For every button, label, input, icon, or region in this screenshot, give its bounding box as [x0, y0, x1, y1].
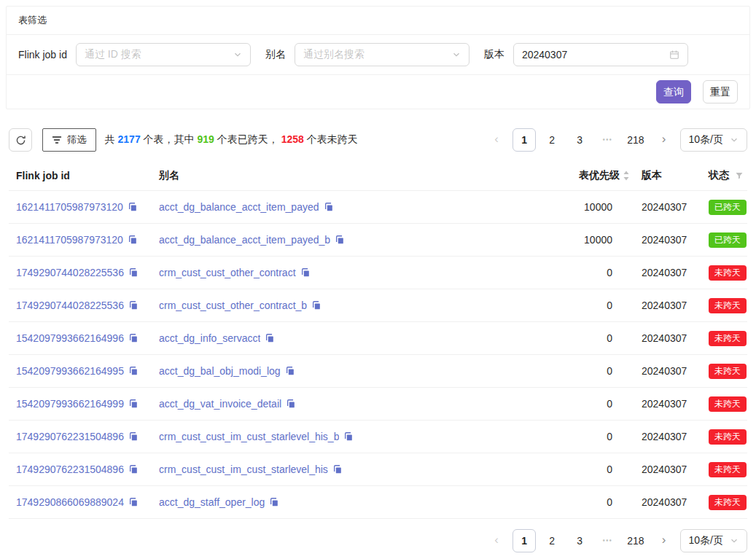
chevron-down-icon	[730, 136, 739, 144]
pagination-page-2[interactable]: 2	[540, 529, 564, 552]
page-size-select[interactable]: 10条/页	[680, 529, 747, 552]
pagination-page-218[interactable]: 218	[623, 529, 647, 552]
alias-label: 别名	[265, 48, 286, 61]
alias-link[interactable]: acct_dg_bal_obj_modi_log	[159, 365, 281, 377]
flink-job-id-link[interactable]: 1621411705987973120	[16, 201, 123, 213]
copy-icon[interactable]	[128, 431, 139, 442]
copy-icon[interactable]	[335, 235, 345, 245]
pagination-page-3[interactable]: 3	[568, 529, 591, 552]
copy-icon[interactable]	[128, 366, 139, 376]
toolbar: 筛选 共 2177 个表，其中 919 个表已跨天， 1258 个表未跨天 ‹1…	[9, 128, 747, 152]
version-value: 20240307	[633, 300, 693, 311]
alias-link[interactable]: acct_dg_staff_oper_log	[159, 496, 265, 508]
copy-icon[interactable]	[332, 464, 343, 474]
copy-icon[interactable]	[128, 267, 139, 278]
status-badge: 未跨天	[709, 429, 747, 445]
job-id-select[interactable]: 通过 ID 搜索	[76, 43, 251, 66]
filter-funnel-icon[interactable]	[735, 171, 744, 180]
alias-link[interactable]: acct_dg_info_servacct	[159, 332, 260, 344]
alias-link[interactable]: crm_cust_cust_im_cust_starlevel_his_b	[159, 431, 339, 442]
copy-icon[interactable]	[324, 202, 334, 212]
priority-value: 0	[531, 267, 633, 278]
copy-icon[interactable]	[128, 300, 139, 310]
reset-button[interactable]: 重置	[703, 80, 738, 103]
filter-toggle-button[interactable]: 筛选	[42, 128, 96, 152]
sort-icon[interactable]	[623, 171, 630, 181]
priority-value: 0	[531, 496, 633, 508]
table-row: 1542097993662164995 acct_dg_bal_obj_modi…	[9, 355, 747, 388]
copy-icon[interactable]	[128, 464, 139, 474]
flink-job-id-link[interactable]: 1749290744028225536	[16, 300, 124, 311]
refresh-button[interactable]	[9, 128, 32, 152]
flink-job-id-link[interactable]: 1749290744028225536	[16, 267, 124, 278]
summary-text: 共 2177 个表，其中 919 个表已跨天， 1258 个表未跨天	[105, 133, 358, 146]
copy-icon[interactable]	[128, 235, 138, 245]
priority-value: 0	[531, 365, 633, 377]
pagination-next-button[interactable]: ›	[652, 529, 676, 552]
column-header-priority[interactable]: 表优先级	[531, 169, 633, 182]
copy-icon[interactable]	[128, 333, 139, 343]
pagination-ellipsis[interactable]: •••	[596, 529, 619, 552]
pagination-prev-button[interactable]: ‹	[485, 128, 508, 152]
pagination-ellipsis[interactable]: •••	[596, 128, 619, 152]
query-button[interactable]: 查询	[656, 80, 691, 103]
table-row: 1542097993662164996 acct_dg_info_servacc…	[9, 322, 747, 355]
table-row: 1542097993662164999 acct_dg_vat_invoice_…	[9, 388, 747, 421]
pagination-next-button[interactable]: ›	[652, 128, 676, 152]
copy-icon[interactable]	[343, 431, 354, 442]
status-badge: 未跨天	[709, 298, 747, 313]
version-value: 20240307	[633, 398, 693, 410]
flink-job-id-link[interactable]: 1542097993662164996	[16, 332, 124, 344]
priority-value: 0	[531, 464, 633, 475]
status-badge: 未跨天	[709, 495, 747, 510]
flink-job-id-link[interactable]: 1621411705987973120	[16, 234, 123, 246]
status-badge: 未跨天	[709, 462, 747, 477]
version-date-input[interactable]: 20240307	[513, 43, 688, 66]
flink-job-id-link[interactable]: 1749290762231504896	[16, 464, 124, 475]
alias-link[interactable]: acct_dg_balance_acct_item_payed_b	[159, 234, 330, 246]
filter-lines-icon	[52, 135, 62, 145]
flink-job-id-link[interactable]: 1749290762231504896	[16, 431, 124, 442]
alias-link[interactable]: acct_dg_balance_acct_item_payed	[159, 201, 319, 213]
copy-icon[interactable]	[286, 399, 296, 409]
alias-select[interactable]: 通过别名搜索	[295, 43, 469, 66]
page-size-label: 10条/页	[689, 133, 723, 146]
version-value: 20240307	[633, 234, 693, 246]
flink-job-id-link[interactable]: 1749290866069889024	[16, 496, 124, 508]
table-row: 1749290866069889024 acct_dg_staff_oper_l…	[9, 486, 747, 519]
version-value: 20240307	[633, 365, 693, 377]
status-badge: 已跨天	[709, 232, 747, 248]
version-value: 20240307	[633, 332, 693, 344]
alias-link[interactable]: crm_cust_cust_other_contract_b	[159, 300, 307, 311]
page-size-select[interactable]: 10条/页	[680, 128, 747, 152]
table-body: 1621411705987973120 acct_dg_balance_acct…	[9, 191, 747, 519]
filter-field-alias: 别名 通过别名搜索	[265, 43, 469, 66]
crossed-count: 919	[197, 133, 214, 145]
copy-icon[interactable]	[300, 267, 311, 278]
pagination-prev-button[interactable]: ‹	[485, 529, 508, 552]
job-id-placeholder: 通过 ID 搜索	[85, 48, 233, 61]
alias-link[interactable]: acct_dg_vat_invoice_detail	[159, 398, 281, 410]
page-size-label: 10条/页	[689, 534, 723, 547]
pagination-page-1[interactable]: 1	[513, 128, 536, 152]
copy-icon[interactable]	[128, 202, 138, 212]
pagination-page-2[interactable]: 2	[540, 128, 564, 152]
pagination-page-1[interactable]: 1	[513, 529, 536, 552]
alias-link[interactable]: crm_cust_cust_other_contract	[159, 267, 296, 278]
alias-link[interactable]: crm_cust_cust_im_cust_starlevel_his	[159, 464, 328, 475]
column-header-alias: 别名	[152, 169, 531, 182]
table-row: 1621411705987973120 acct_dg_balance_acct…	[9, 224, 747, 257]
status-badge: 未跨天	[709, 364, 747, 379]
copy-icon[interactable]	[128, 399, 139, 409]
copy-icon[interactable]	[311, 300, 322, 310]
pagination-page-218[interactable]: 218	[623, 128, 647, 152]
copy-icon[interactable]	[285, 366, 295, 376]
copy-icon[interactable]	[269, 497, 279, 507]
flink-job-id-link[interactable]: 1542097993662164999	[16, 398, 124, 410]
status-badge: 未跨天	[709, 331, 747, 346]
copy-icon[interactable]	[265, 333, 275, 343]
pagination-page-3[interactable]: 3	[568, 128, 591, 152]
copy-icon[interactable]	[128, 497, 139, 507]
filter-toggle-label: 筛选	[67, 133, 87, 146]
flink-job-id-link[interactable]: 1542097993662164995	[16, 365, 124, 377]
